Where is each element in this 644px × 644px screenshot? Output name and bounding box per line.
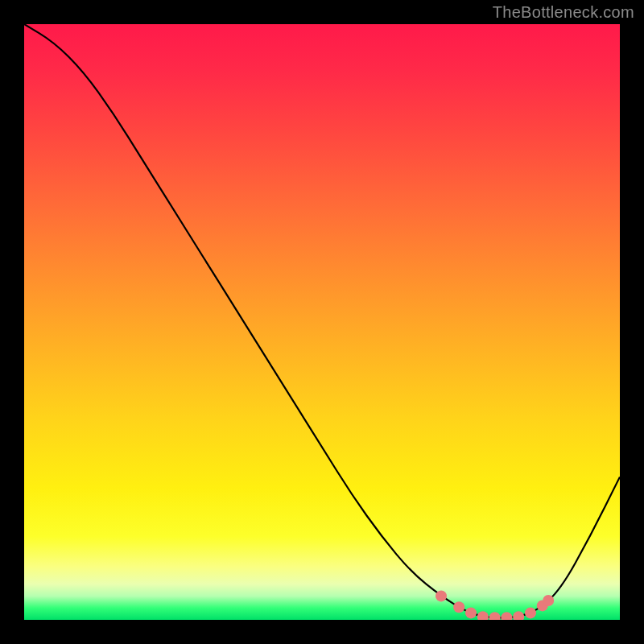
- flat-marker: [501, 612, 512, 620]
- curve-layer: [24, 24, 620, 620]
- flat-marker: [477, 611, 489, 620]
- flat-marker: [465, 607, 477, 618]
- flat-marker: [525, 607, 536, 618]
- chart-frame: TheBottleneck.com: [0, 0, 644, 644]
- bottleneck-curve: [24, 24, 620, 617]
- flat-marker: [543, 595, 554, 606]
- watermark-text: TheBottleneck.com: [493, 3, 634, 22]
- flat-marker: [453, 601, 464, 613]
- flat-marker: [489, 612, 501, 620]
- plot-area: [24, 24, 620, 620]
- flat-zone-markers: [436, 590, 554, 620]
- flat-marker: [436, 590, 447, 601]
- flat-marker: [513, 611, 524, 620]
